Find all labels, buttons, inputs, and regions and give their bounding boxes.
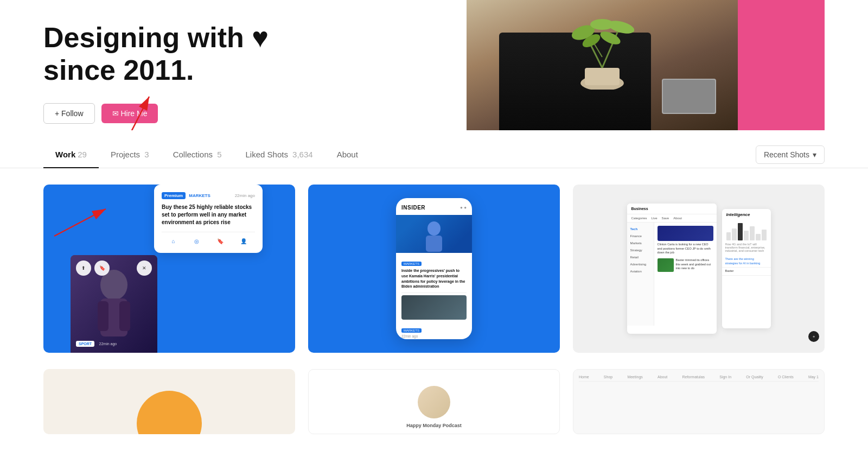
nav-divider (579, 381, 819, 382)
home-icon: ⌂ (169, 237, 178, 245)
insider-phone-mockup: INSIDER ● ● (396, 198, 472, 339)
profile-photo (467, 0, 738, 130)
hire-button[interactable]: ✉ Hire Me (101, 104, 158, 123)
profile-header: Designing with ♥ since 2011. + Follow ✉ … (0, 0, 868, 130)
business-screen: Business Categories Live Save About Tech… (627, 204, 717, 334)
tab-projects[interactable]: Projects 3 (99, 141, 161, 168)
athlete-action-buttons: ⬆ 🔖 (76, 261, 110, 276)
tab-liked-shots[interactable]: Liked Shots 3,634 (234, 141, 325, 168)
hero-title: Designing with ♥ since 2011. (43, 22, 269, 87)
nav-tabs-bar: Work29 Projects 3 Collections 5 Liked Sh… (0, 141, 868, 168)
explore-icon: ◎ (193, 237, 201, 245)
save-action[interactable]: 🔖 (94, 261, 110, 276)
svg-rect-18 (98, 301, 108, 331)
news-mockup-card: Premium MARKETS 22min ago Buy these 25 h… (170, 195, 279, 264)
shot-card-intelligence[interactable]: Business Categories Live Save About Tech… (573, 185, 825, 353)
hero-actions: + Follow ✉ Hire Me (43, 103, 269, 124)
card-orange[interactable] (43, 369, 295, 434)
podcast-content: Happy Monday Podcast (309, 380, 559, 428)
podcast-title: Happy Monday Podcast (406, 423, 462, 428)
divider1 (401, 293, 467, 293)
hero-left: Designing with ♥ since 2011. + Follow ✉ … (43, 16, 269, 124)
page-wrapper: Designing with ♥ since 2011. + Follow ✉ … (0, 0, 868, 451)
hero-right (467, 0, 825, 130)
orange-circle-decoration (137, 391, 202, 434)
card-podcast[interactable]: Happy Monday Podcast (308, 369, 560, 434)
shot-card-news[interactable]: Premium MARKETS 22min ago Buy these 25 h… (43, 185, 295, 353)
shot-card-insider[interactable]: INSIDER ● ● (308, 185, 560, 353)
insider-article2-image (401, 295, 467, 320)
intel-chart (722, 219, 771, 240)
intel-article2: Baxter trimmed its offices this week and… (658, 258, 713, 272)
intel-layout: Tech Finance Markets Strategy Retail Adv… (627, 223, 717, 326)
intel-nav: Categories Live Save About (627, 214, 717, 223)
intel-content: Clinton Carta is looking for a new CEO a… (654, 223, 717, 326)
intelligence-logo: Intelligence (722, 209, 771, 219)
intelligence-screen: Intelligence How 4G and the IoT will tra… (722, 209, 771, 328)
upload-action[interactable]: ⬆ (76, 261, 91, 276)
card-nav[interactable]: Home Shop Meetings About Reformatulas Si… (573, 369, 825, 434)
close-action[interactable]: ✕ (137, 261, 152, 276)
follow-button[interactable]: + Follow (43, 103, 95, 124)
shots-grid: Premium MARKETS 22min ago Buy these 25 h… (0, 168, 868, 369)
svg-rect-1 (585, 68, 620, 85)
tab-about[interactable]: About (325, 141, 370, 168)
intel-chart-label: How 4G and the IoT will transform financ… (722, 243, 771, 252)
insider-header: INSIDER ● ● (396, 205, 472, 215)
intel-sidebar: Tech Finance Markets Strategy Retail Adv… (627, 223, 654, 326)
bookmark-icon: 🔖 (216, 237, 225, 245)
profile-icon: 👤 (239, 237, 248, 245)
tab-work[interactable]: Work29 (43, 141, 99, 168)
svg-rect-19 (119, 301, 130, 331)
nav-content: Home Shop Meetings About Reformatulas Si… (573, 370, 824, 387)
sort-dropdown[interactable]: Recent Shots ▾ (756, 145, 825, 164)
shots-grid-bottom: Happy Monday Podcast Home Shop Meetings … (0, 369, 868, 445)
person-svg (418, 217, 450, 252)
svg-point-9 (590, 19, 614, 30)
insider-hero-image (396, 215, 472, 253)
insider-article1: MARKETS Inside the progressives' push to… (396, 257, 472, 289)
svg-point-21 (427, 221, 441, 236)
tab-collections[interactable]: Collections 5 (161, 141, 234, 168)
pink-accent-block (738, 0, 825, 130)
insider-article2: MARKETS 22min ago (396, 324, 472, 338)
intel-article1: Clinton Carta is looking for a new CEO a… (658, 226, 713, 255)
podcast-logo (418, 386, 450, 418)
nav-tabs: Work29 Projects 3 Collections 5 Liked Sh… (43, 141, 370, 168)
plant-decoration (564, 3, 640, 90)
sport-badge: SPORT 22min ago (76, 338, 117, 347)
svg-rect-22 (426, 236, 442, 252)
